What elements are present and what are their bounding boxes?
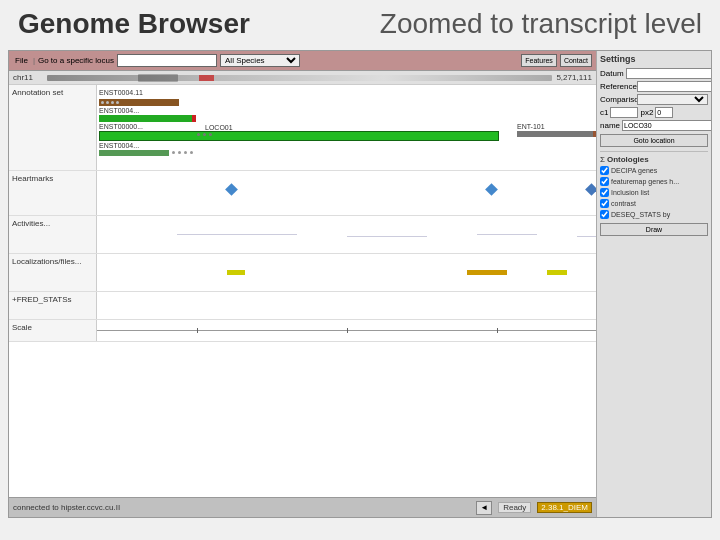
track-label-scale: Scale: [9, 320, 97, 341]
activity-line-2: [347, 236, 427, 237]
peak-1: [225, 183, 238, 196]
tracks-area: Annotation set ENST0004.11: [9, 85, 596, 497]
inclusion-checkbox[interactable]: [600, 188, 609, 197]
featuremap-checkbox[interactable]: [600, 177, 609, 186]
main-area: File | Go to a specific locus All Specie…: [9, 51, 596, 517]
scale-tick-3: [497, 328, 498, 333]
zoom-level: Zoomed to transcript level: [380, 8, 702, 40]
toolbar-separator: |: [33, 56, 35, 65]
track-content-localizations: [97, 254, 596, 292]
track-label-annotation: Annotation set: [9, 85, 97, 170]
coord-row: c1 px2: [600, 107, 708, 118]
track-content-annotation: ENST0004.11 ENST0004...: [97, 85, 596, 170]
local-bar-2: [467, 270, 507, 275]
track-heartmarks: Heartmarks: [9, 171, 596, 216]
reference-label: Reference: [600, 82, 635, 91]
gene-name-2: ENST0004...: [99, 107, 139, 114]
track-content-heartmarks: [97, 171, 596, 216]
locus-input[interactable]: [117, 54, 217, 67]
gene-bar-4: [99, 150, 169, 156]
gene-dots-3: [197, 133, 212, 136]
coord1-label: c1: [600, 108, 608, 117]
datum-label: Datum: [600, 69, 624, 78]
gene-name-3: ENST00000...: [99, 123, 143, 130]
activity-line-3: [477, 234, 537, 235]
checkbox-deseq: DESEQ_STATS by: [600, 210, 708, 219]
activity-line-4: [577, 236, 596, 237]
coord2-label: px2: [640, 108, 653, 117]
checkbox-inclusion: Inclusion list: [600, 188, 708, 197]
datum-row: Datum: [600, 68, 708, 79]
featuremap-label: featuremap genes h...: [611, 178, 679, 185]
chr-position-marker: [199, 75, 214, 81]
peak-3: [585, 183, 596, 196]
coord1-input[interactable]: [610, 107, 638, 118]
coord2-input[interactable]: [655, 107, 673, 118]
goto-btn[interactable]: Goto location: [600, 134, 708, 147]
scale-tick-2: [347, 328, 348, 333]
features-btn[interactable]: Features: [521, 54, 557, 67]
statusbar: connected to hipster.ccvc.cu.II ◄ Ready …: [9, 497, 596, 517]
checkbox-featuremap: featuremap genes h...: [600, 177, 708, 186]
chr-track-viz: [47, 75, 552, 81]
dec2-label: DECIPA genes: [611, 167, 657, 174]
deseq-label: DESEQ_STATS by: [611, 211, 670, 218]
sidebar-divider-1: [600, 151, 708, 152]
name-input[interactable]: [622, 120, 711, 131]
inclusion-label: Inclusion list: [611, 189, 649, 196]
file-menu[interactable]: File: [13, 56, 30, 65]
chr-label-over: [138, 74, 178, 82]
comparison-select[interactable]: [637, 94, 708, 105]
browser-container: File | Go to a specific locus All Specie…: [8, 50, 712, 518]
ontologies-section: Σ Ontologies: [600, 155, 708, 164]
track-label-fired: +FRED_STATSs: [9, 292, 97, 319]
version-label: 2.38.1_DIEM: [537, 502, 592, 513]
datum-input[interactable]: [626, 68, 711, 79]
comparison-row: Comparison: [600, 94, 708, 105]
header: Genome Browser Zoomed to transcript leve…: [0, 0, 720, 48]
dec2-checkbox[interactable]: [600, 166, 609, 175]
track-activities: Activities...: [9, 216, 596, 254]
ready-label: Ready: [498, 502, 531, 513]
local-bar-1: [227, 270, 245, 275]
sidebar: Settings Datum Reference Comparison c1 p…: [596, 51, 711, 517]
scale-tick-1: [197, 328, 198, 333]
chr-label: chr11: [13, 73, 43, 82]
species-select[interactable]: All Species: [220, 54, 300, 67]
gene-bar-2: [99, 115, 194, 122]
name-row: name: [600, 120, 708, 131]
deseq-checkbox[interactable]: [600, 210, 609, 219]
app-title: Genome Browser: [18, 8, 250, 40]
track-scale: Scale: [9, 320, 596, 342]
gene-bar-right: [517, 131, 596, 137]
gene-dots-4: [172, 151, 193, 154]
track-label-localizations: Localizations/files...: [9, 254, 97, 291]
gene-name-right: ENT-101: [517, 123, 545, 130]
track-annotation: Annotation set ENST0004.11: [9, 85, 596, 171]
contact-btn[interactable]: Contact: [560, 54, 592, 67]
reference-input[interactable]: [637, 81, 711, 92]
chr-position: 5,271,111: [556, 73, 592, 82]
gene-name-4: ENST0004...: [99, 142, 139, 149]
contrast-label: contrast: [611, 200, 636, 207]
track-content-activities: [97, 216, 596, 254]
comparison-label: Comparison: [600, 95, 635, 104]
track-content-scale: [97, 320, 596, 342]
draw-btn[interactable]: Draw: [600, 223, 708, 236]
gene-name-1: ENST0004.11: [99, 89, 143, 96]
arrow-btn[interactable]: ◄: [476, 501, 492, 515]
track-localizations: Localizations/files...: [9, 254, 596, 292]
peak-2: [485, 183, 498, 196]
track-label-activities: Activities...: [9, 216, 97, 253]
connected-status: connected to hipster.ccvc.cu.II: [13, 503, 120, 512]
reference-row: Reference: [600, 81, 708, 92]
gene-bar-3-highlight: LOCO01: [99, 131, 499, 141]
nav-label: Go to a specific locus: [38, 56, 114, 65]
name-label: name: [600, 121, 620, 130]
settings-label: Settings: [600, 54, 708, 64]
checkbox-contrast: contrast: [600, 199, 708, 208]
ontologies-label: Σ Ontologies: [600, 155, 708, 164]
track-fired-stats: +FRED_STATSs: [9, 292, 596, 320]
gene-label-3: LOCO01: [205, 124, 233, 131]
contrast-checkbox[interactable]: [600, 199, 609, 208]
